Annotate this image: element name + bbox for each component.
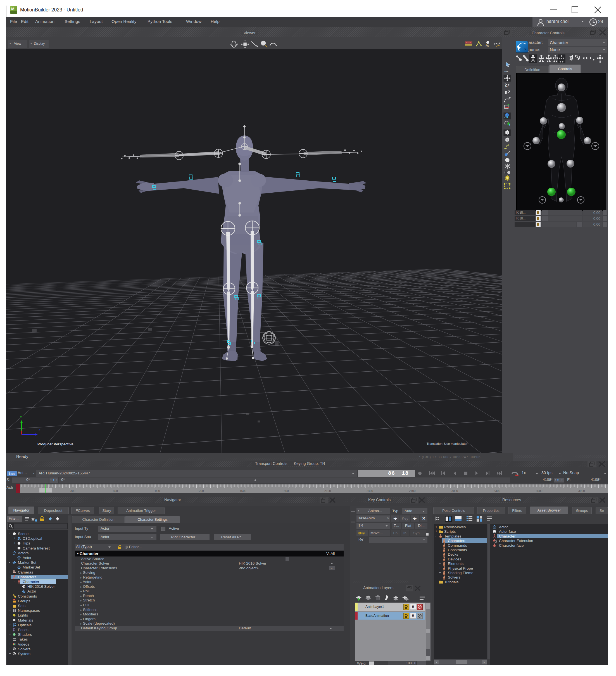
svg-text:3900: 3900 xyxy=(578,489,585,493)
svg-text:Y: Y xyxy=(20,415,22,419)
svg-text:2700: 2700 xyxy=(409,489,416,493)
svg-text:600: 600 xyxy=(113,489,118,493)
svg-text:2400: 2400 xyxy=(366,489,373,493)
svg-text:2D: 2D xyxy=(485,45,489,48)
svg-text:3600: 3600 xyxy=(536,489,543,493)
svg-text:Producer Perspective: Producer Perspective xyxy=(38,442,73,446)
svg-text:1800: 1800 xyxy=(282,489,289,493)
svg-text:E: E xyxy=(505,91,508,95)
svg-text:GʛL: GʛL xyxy=(505,70,509,73)
svg-text:900: 900 xyxy=(155,489,160,493)
svg-text:Translation: Use manipulator: Translation: Use manipulator xyxy=(426,442,468,445)
svg-text:3000: 3000 xyxy=(452,489,458,493)
svg-text:1200: 1200 xyxy=(197,489,204,493)
svg-text:300: 300 xyxy=(70,489,75,493)
svg-text:3300: 3300 xyxy=(494,489,500,493)
svg-text:C: C xyxy=(505,83,508,88)
svg-text:2100: 2100 xyxy=(324,489,331,493)
svg-text:1500: 1500 xyxy=(240,489,246,493)
svg-text:Z: Z xyxy=(39,428,41,432)
